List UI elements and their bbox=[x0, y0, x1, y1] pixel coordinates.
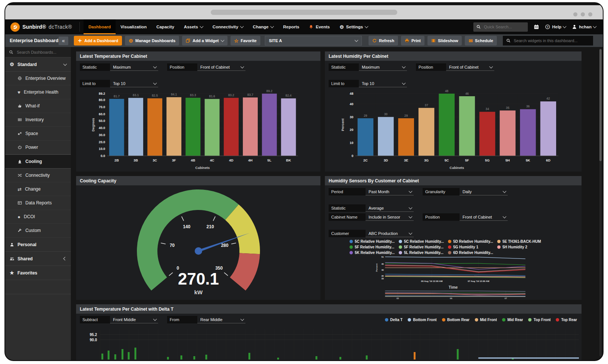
nav-item-change[interactable]: Change bbox=[248, 19, 278, 34]
nav-item-events[interactable]: Events bbox=[304, 19, 335, 34]
refresh-button[interactable]: Refresh bbox=[369, 36, 398, 46]
sidebar-search-input[interactable] bbox=[16, 50, 67, 55]
widget-header[interactable]: Latest Temperature Per Cabinet bbox=[76, 51, 320, 61]
legend-label: 5C Relative Humidity... bbox=[355, 239, 395, 244]
legend-item[interactable]: 5D Relative Humidity... bbox=[448, 239, 494, 244]
help-icon: ? bbox=[545, 24, 550, 29]
control-select[interactable]: Top 10 bbox=[359, 80, 407, 87]
control-select[interactable]: Front of Cabinet bbox=[460, 214, 508, 221]
sidebar-section-standard[interactable]: ⚙Standard bbox=[5, 57, 71, 72]
sidebar-item-connectivity[interactable]: Connectivity bbox=[5, 169, 71, 182]
legend-item[interactable]: Top Rear bbox=[556, 318, 577, 322]
slideshow-button[interactable]: Slideshow bbox=[427, 36, 462, 46]
sidebar-item-inventory[interactable]: Inventory bbox=[5, 113, 71, 127]
sidebar-item-dcoi[interactable]: ●DCOI bbox=[5, 210, 71, 224]
site-select[interactable]: SITE A bbox=[265, 36, 362, 46]
svg-text:kW: kW bbox=[194, 289, 203, 295]
sidebar-item-change[interactable]: ⇄Change bbox=[5, 182, 71, 196]
add-dashboard-button[interactable]: Add a Dashboard bbox=[74, 36, 122, 46]
sidebar-section-shared[interactable]: Shared bbox=[5, 252, 71, 266]
schedule-button[interactable]: ✉ Schedule bbox=[465, 36, 497, 46]
add-widget-button[interactable]: Add a Widget bbox=[182, 36, 227, 46]
legend-item[interactable]: 5F Relative Humidity... bbox=[399, 245, 445, 249]
quick-search-input[interactable] bbox=[483, 24, 525, 29]
help-menu[interactable]: ? Help bbox=[545, 24, 566, 29]
control-select[interactable]: Front Middle bbox=[110, 316, 158, 323]
sidebar-item-enterprise-overview[interactable]: Enterprise Overview bbox=[5, 72, 71, 85]
sidebar-item-enterprise-health[interactable]: ♥Enterprise Health bbox=[5, 85, 71, 99]
line-chart-navigator[interactable]: 050607 bbox=[325, 290, 577, 300]
sidebar-item-data-reports[interactable]: Data Reports bbox=[5, 196, 71, 210]
window-control-dot[interactable] bbox=[581, 12, 585, 16]
legend-dot-icon bbox=[448, 240, 451, 243]
legend-item[interactable]: 5L Relative Humidity... bbox=[399, 251, 445, 255]
legend-item[interactable]: Top Front bbox=[528, 318, 551, 322]
nav-item-assets[interactable]: Assets bbox=[179, 19, 208, 34]
control-select[interactable]: Maximum bbox=[359, 64, 407, 71]
nav-item-connectivity[interactable]: Connectivity bbox=[208, 19, 248, 34]
window-control-dot[interactable] bbox=[588, 12, 592, 16]
legend-item[interactable]: 5H Humidity 2 bbox=[497, 245, 543, 249]
manage-dashboards-button[interactable]: ⚙ Manage Dashboards bbox=[125, 36, 179, 46]
widget-search-input[interactable] bbox=[513, 38, 590, 43]
control-select[interactable]: Front of Cabinet bbox=[197, 64, 245, 71]
cooling-capacity-gauge[interactable]: 070140210280350270.1kW bbox=[83, 187, 314, 299]
legend-item[interactable]: 5K Relative Humidity... bbox=[350, 251, 396, 255]
nav-item-capacity[interactable]: Capacity bbox=[151, 19, 179, 34]
control-select[interactable]: Front of Cabinet bbox=[446, 64, 494, 71]
favorite-button[interactable]: ☆ Favorite bbox=[231, 36, 260, 46]
control-select[interactable]: Maximum bbox=[110, 64, 158, 71]
delta-t-column-chart[interactable]: 95.290.0 bbox=[76, 324, 582, 360]
legend-item[interactable]: Mid Front bbox=[475, 318, 497, 322]
control-select[interactable]: Past Month bbox=[366, 188, 414, 195]
calendar-icon[interactable] bbox=[534, 24, 539, 29]
legend-item[interactable]: Delta T bbox=[385, 318, 402, 322]
legend-item[interactable]: Bottom Front bbox=[408, 318, 436, 322]
address-bar-pill[interactable] bbox=[211, 10, 397, 15]
nav-item-settings[interactable]: ⚙Settings bbox=[335, 19, 373, 34]
humidity-sensors-line-chart[interactable]: 333540455106 Aug '19 12:00 AM07 Aug '19 … bbox=[325, 255, 577, 284]
legend-item[interactable]: 5F Relative Humidity... bbox=[350, 245, 396, 249]
app-window: Sunbird® dcTrack® DashboardVisualization… bbox=[5, 3, 603, 360]
control-select[interactable]: ABC Production bbox=[366, 230, 414, 237]
temperature-bar-chart[interactable]: 0.010.020.030.040.050.060.070.080.089.28… bbox=[76, 88, 316, 172]
legend-item[interactable]: 6D Relative Humidity... bbox=[448, 251, 494, 255]
sidebar-item-power[interactable]: Power bbox=[5, 141, 71, 154]
widget-header[interactable]: Latest Humidity Per Cabinet bbox=[325, 51, 582, 61]
user-menu[interactable]: hchan bbox=[572, 24, 596, 29]
svg-text:3C: 3C bbox=[153, 159, 157, 162]
sidebar-collapse-button[interactable]: « bbox=[59, 37, 68, 45]
widget-header[interactable]: Latest Temperature Per Cabinet with Delt… bbox=[76, 304, 582, 314]
legend-item[interactable]: 5C Relative Humidity... bbox=[399, 239, 445, 244]
nav-item-visualization[interactable]: Visualization bbox=[116, 19, 151, 34]
legend-item[interactable]: Mid Rear bbox=[502, 318, 523, 322]
legend-item[interactable]: Bottom Rear bbox=[442, 318, 470, 322]
sidebar-item-what-if[interactable]: What-if bbox=[5, 99, 71, 113]
legend-item[interactable]: 5G Humidity 1 bbox=[448, 245, 494, 249]
control-select[interactable]: Top 10 bbox=[110, 80, 158, 87]
humidity-bar-chart[interactable]: 01020304048292C303D293E373G485C465F345G3… bbox=[325, 88, 577, 172]
widget-header[interactable]: Cooling Capacity bbox=[76, 176, 320, 185]
legend-item[interactable]: 5C Relative Humidity... bbox=[350, 239, 396, 244]
nav-item-dashboard[interactable]: Dashboard bbox=[84, 19, 116, 34]
quick-search[interactable] bbox=[473, 22, 528, 32]
widget-search[interactable] bbox=[503, 36, 593, 46]
control-select[interactable]: Rear Middle bbox=[197, 316, 245, 323]
control-select[interactable]: Include in Sensor bbox=[366, 214, 414, 221]
scrollbar-thumb[interactable] bbox=[599, 49, 602, 161]
sidebar-section-personal[interactable]: Personal bbox=[5, 238, 71, 252]
print-button[interactable]: Print bbox=[401, 36, 424, 46]
nav-item-reports[interactable]: Reports bbox=[278, 19, 304, 34]
sidebar-item-space[interactable]: Space bbox=[5, 127, 71, 141]
legend-item[interactable]: 5E TH361-BACK-HUM bbox=[497, 239, 543, 244]
sidebar-item-cooling[interactable]: Cooling bbox=[5, 154, 71, 169]
window-control-dot[interactable] bbox=[573, 12, 577, 16]
widget-header[interactable]: Humidity Sensors By Customer of Cabinet bbox=[325, 176, 582, 185]
vertical-scrollbar[interactable] bbox=[599, 48, 602, 357]
control-select[interactable]: Average bbox=[366, 205, 414, 212]
shuffle-icon bbox=[18, 173, 22, 178]
sidebar-search[interactable] bbox=[5, 47, 71, 57]
sidebar-item-custom[interactable]: Custom bbox=[5, 224, 71, 238]
control-select[interactable]: Daily bbox=[460, 188, 508, 195]
sidebar-section-favorites[interactable]: ★Favorites bbox=[5, 266, 71, 280]
